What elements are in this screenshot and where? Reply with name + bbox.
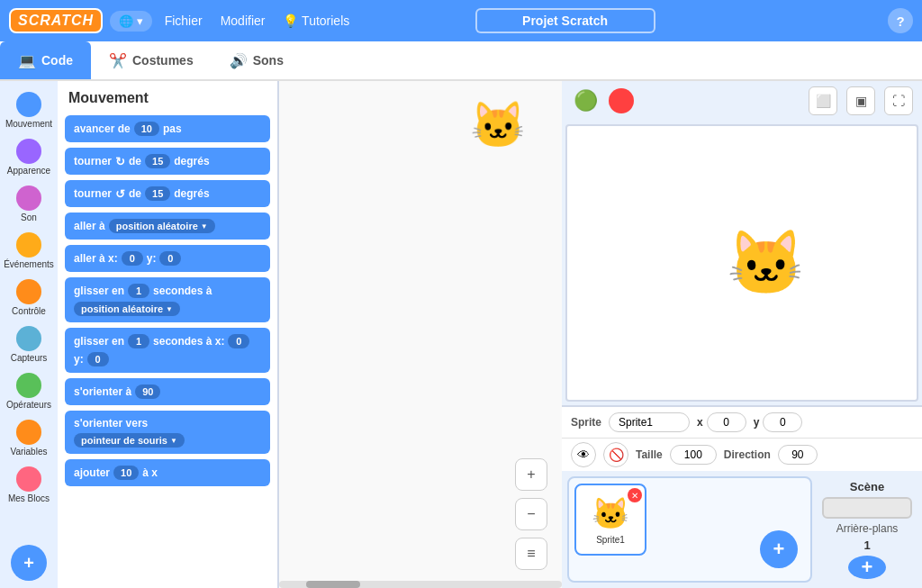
green-flag-button[interactable]: 🟢 — [571, 86, 600, 115]
block-ajouter[interactable]: ajouter 10 à x — [65, 459, 270, 486]
mouvement-label: Mouvement — [5, 119, 52, 130]
code-icon: 💻 — [18, 52, 36, 69]
block-s-orienter-vers-text: s'orienter vers — [74, 417, 148, 430]
fichier-menu[interactable]: Fichier — [159, 10, 208, 32]
block-s-orienter[interactable]: s'orienter à 90 — [65, 378, 270, 405]
apparence-dot — [16, 139, 41, 164]
block-tourner-ccw-input[interactable]: 15 — [145, 186, 170, 201]
show-sprite-button[interactable]: 👁 — [571, 442, 596, 467]
block-s-orienter-text: s'orienter à — [74, 385, 131, 398]
sidebar-item-controle[interactable]: Contrôle — [0, 276, 58, 321]
help-button[interactable]: ? — [888, 8, 913, 33]
add-extension-button[interactable]: + — [11, 545, 47, 581]
sidebar-item-mouvement[interactable]: Mouvement — [0, 88, 58, 133]
block-aller-xy-text2: y: — [147, 252, 157, 265]
tab-costumes[interactable]: ✂️ Costumes — [91, 41, 212, 79]
add-sprite-button[interactable]: + — [760, 530, 798, 568]
block-avancer-input[interactable]: 10 — [134, 122, 159, 136]
block-s-orienter-vers-dropdown[interactable]: pointeur de souris — [74, 433, 185, 448]
mes-blocs-label: Mes Blocs — [8, 493, 50, 504]
block-glisser-pos-input[interactable]: 1 — [128, 284, 149, 298]
variables-dot — [16, 420, 41, 445]
block-glisser-pos-dropdown[interactable]: position aléatoire — [74, 302, 180, 316]
block-tourner-ccw-text2: de — [129, 187, 141, 200]
sprite-card-delete-button[interactable]: ✕ — [628, 488, 642, 502]
sidebar-item-apparence[interactable]: Apparence — [0, 135, 58, 180]
main-layout: Mouvement Apparence Son Événements Contr… — [0, 81, 922, 588]
taille-input[interactable] — [670, 445, 717, 465]
block-ajouter-text2: à x — [142, 466, 158, 479]
sprite-label: Sprite — [571, 416, 601, 429]
sprite-card-label: Sprite1 — [596, 535, 625, 545]
sidebar-item-son[interactable]: Son — [0, 182, 58, 227]
add-scene-button[interactable]: + — [848, 556, 886, 579]
block-s-orienter-input[interactable]: 90 — [135, 384, 160, 399]
block-tourner-ccw-text3: degrés — [174, 187, 209, 200]
block-glisser-xy-input[interactable]: 1 — [128, 334, 149, 348]
block-aller-xy[interactable]: aller à x: 0 y: 0 — [65, 245, 270, 272]
stop-button[interactable] — [609, 88, 634, 113]
x-coord-label: x — [697, 416, 703, 429]
block-s-orienter-vers[interactable]: s'orienter vers pointeur de souris — [65, 411, 270, 454]
controle-label: Contrôle — [12, 306, 46, 317]
stage-view-small-button[interactable]: ⬜ — [809, 86, 837, 115]
mes-blocs-dot — [16, 466, 41, 492]
block-tourner-ccw-text1: tourner — [74, 187, 112, 200]
direction-label: Direction — [724, 448, 771, 461]
block-glisser-xy-text2: secondes à x: — [153, 335, 224, 348]
tab-sons[interactable]: 🔊 Sons — [212, 41, 302, 79]
tabs-row: 💻 Code ✂️ Costumes 🔊 Sons — [0, 41, 922, 81]
block-glisser-xy[interactable]: glisser en 1 secondes à x: 0 y: 0 — [65, 328, 270, 373]
scene-label: Scène — [850, 480, 884, 493]
direction-input[interactable] — [778, 445, 818, 465]
son-dot — [16, 185, 41, 211]
block-aller-xy-y-input[interactable]: 0 — [159, 251, 181, 266]
sprite-card-sprite1[interactable]: ✕ 🐱 Sprite1 — [574, 484, 646, 556]
zoom-in-button[interactable]: + — [515, 458, 547, 491]
script-area[interactable]: 🐱 + − ≡ — [279, 81, 562, 588]
block-tourner-cw-text2: de — [129, 155, 141, 167]
block-aller-a-dropdown[interactable]: position aléatoire — [109, 219, 215, 233]
block-avancer[interactable]: avancer de 10 pas — [65, 115, 270, 142]
sprite-name-input[interactable] — [609, 412, 690, 432]
sidebar-item-evenements[interactable]: Événements — [0, 229, 58, 274]
sidebar-item-operateurs[interactable]: Opérateurs — [0, 369, 58, 414]
hide-sprite-button[interactable]: 🚫 — [603, 442, 628, 467]
block-tourner-cw-input[interactable]: 15 — [145, 154, 170, 168]
sidebar-item-variables[interactable]: Variables — [0, 416, 58, 461]
x-coord-input[interactable] — [707, 412, 746, 432]
block-glisser-pos[interactable]: glisser en 1 secondes à position aléatoi… — [65, 277, 270, 322]
zoom-out-button[interactable]: − — [515, 498, 547, 530]
rotate-cw-icon: ↻ — [115, 155, 125, 168]
stage-view-fullscreen-button[interactable]: ⛶ — [884, 86, 913, 115]
tab-code[interactable]: 💻 Code — [0, 41, 91, 79]
modifier-menu[interactable]: Modifier — [215, 10, 271, 32]
block-glisser-xy-x-input[interactable]: 0 — [228, 334, 249, 348]
tab-sons-label: Sons — [253, 53, 284, 68]
block-aller-xy-x-input[interactable]: 0 — [122, 251, 143, 266]
block-tourner-ccw[interactable]: tourner ↺ de 15 degrés — [65, 180, 270, 207]
y-coord-input[interactable] — [763, 412, 802, 432]
project-title-input[interactable] — [475, 8, 655, 33]
script-controls: + − ≡ — [515, 458, 547, 570]
evenements-label: Événements — [4, 259, 54, 270]
block-ajouter-input[interactable]: 10 — [113, 466, 139, 480]
sidebar-item-mes-blocs[interactable]: Mes Blocs — [0, 463, 58, 508]
tutoriels-menu[interactable]: 💡 Tutoriels — [277, 10, 355, 32]
stage-view-normal-button[interactable]: ▣ — [846, 86, 875, 115]
block-tourner-cw-text1: tourner — [74, 155, 112, 167]
block-glisser-pos-text1: glisser en — [74, 285, 124, 297]
globe-button[interactable]: 🌐 ▾ — [110, 11, 152, 32]
mouvement-dot — [16, 92, 41, 117]
sidebar-item-capteurs[interactable]: Capteurs — [0, 322, 58, 367]
block-tourner-cw[interactable]: tourner ↻ de 15 degrés — [65, 148, 270, 175]
blocks-panel-title: Mouvement — [65, 90, 270, 106]
script-scrollbar[interactable] — [279, 581, 562, 588]
block-aller-a[interactable]: aller à position aléatoire — [65, 213, 270, 240]
block-glisser-xy-y-input[interactable]: 0 — [87, 352, 109, 366]
scratch-logo[interactable]: SCRATCH — [9, 8, 103, 33]
capteurs-label: Capteurs — [11, 353, 48, 364]
block-avancer-text1: avancer de — [74, 122, 131, 135]
fit-button[interactable]: ≡ — [515, 538, 547, 570]
scene-thumbnail[interactable] — [822, 497, 912, 519]
